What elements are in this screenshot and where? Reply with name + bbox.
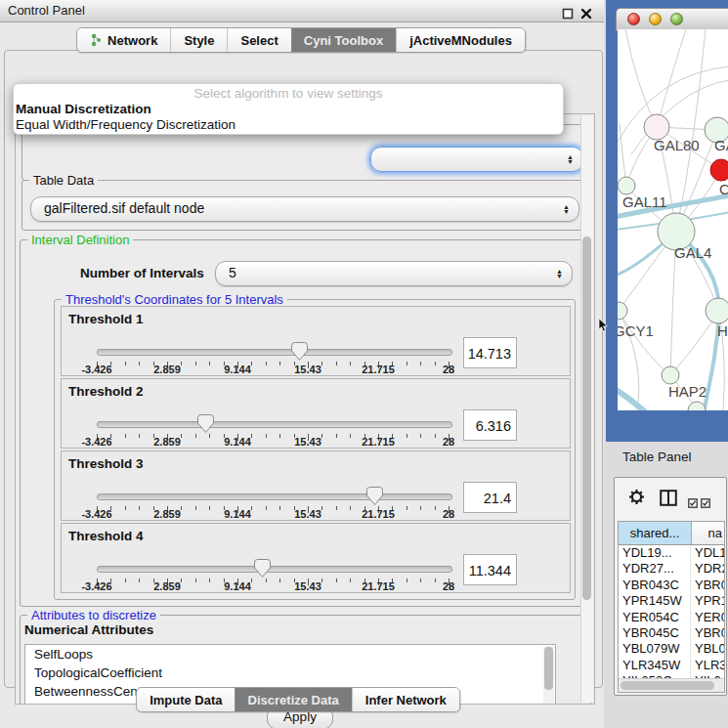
slider-tick (209, 506, 210, 510)
num-intervals-combobox[interactable]: 5 ▲▼ (215, 261, 573, 286)
node-label: GAL80 (654, 137, 700, 153)
threshold-value-field[interactable]: 21.4 (463, 482, 517, 513)
cell-shared-name[interactable]: YBL079W (619, 641, 691, 657)
cell-shared-name[interactable]: YER054C (619, 610, 691, 625)
tab-infer-network[interactable]: Infer Network (352, 688, 459, 711)
threshold-value-field[interactable]: 14.713 (463, 337, 517, 368)
network-view-window[interactable]: GAL80GACGAL11GAL4GCY1HHAP2 (606, 0, 728, 442)
slider-tick (266, 506, 267, 510)
slider-handle[interactable] (254, 559, 271, 578)
slider-track[interactable] (97, 493, 452, 500)
slider-tick-label: -3.426 (81, 364, 111, 375)
network-edge-highlighted[interactable] (618, 389, 647, 410)
tab-label: Network (107, 33, 157, 48)
cell-name[interactable]: YDR2 (691, 561, 724, 577)
slider-tick (350, 362, 351, 365)
network-edge[interactable] (657, 29, 686, 127)
network-node-hap2[interactable] (662, 366, 679, 384)
threshold-value-field[interactable]: 11.344 (463, 554, 517, 585)
network-node[interactable] (688, 402, 706, 410)
attribute-item-topologicalcoefficient[interactable]: TopologicalCoefficient (25, 664, 555, 682)
table-row[interactable]: YER054CYER0 (619, 610, 724, 625)
slider-track[interactable] (97, 566, 452, 573)
network-node-gal11[interactable] (618, 177, 635, 194)
vertical-scrollbar[interactable] (580, 115, 593, 703)
table-row[interactable]: YDR27...YDR2 (619, 561, 724, 577)
popup-option-equal-width-frequency-discretization[interactable]: Equal Width/Frequency Discretization (14, 117, 563, 133)
tab-discretize-data[interactable]: Discretize Data (236, 688, 352, 711)
cell-shared-name[interactable]: YBR045C (619, 625, 691, 641)
attributes-scrollbar[interactable] (543, 646, 554, 705)
popup-option-manual-discretization[interactable]: Manual Discretization (14, 102, 563, 117)
scrollbar-thumb[interactable] (621, 681, 714, 690)
columns-icon[interactable] (660, 490, 677, 510)
attribute-item-selfloops[interactable]: SelfLoops (25, 645, 555, 664)
network-edge[interactable] (619, 311, 670, 375)
cell-name[interactable]: YPR1 (691, 593, 724, 609)
checkbox-icon[interactable] (701, 494, 710, 512)
network-node-c[interactable] (710, 159, 728, 181)
table-row[interactable]: YLR345WYLR3 (619, 658, 724, 673)
slider-tick (209, 362, 210, 365)
table-row[interactable]: YBR045CYBR0 (619, 625, 724, 641)
table-row[interactable]: YBR043CYBR0 (619, 578, 724, 593)
cell-name[interactable]: YBL0 (691, 641, 724, 657)
node-table[interactable]: shared... na YDL19...YDL1YDR27...YDR2YBR… (618, 521, 725, 693)
network-node-gcy1[interactable] (618, 302, 627, 320)
tab-impute-data[interactable]: Impute Data (137, 688, 235, 711)
float-window-icon[interactable] (562, 5, 574, 17)
column-header-shared-name[interactable]: shared... (619, 522, 692, 544)
zoom-traffic-light-icon[interactable] (670, 13, 683, 25)
cell-name[interactable]: YBR0 (691, 625, 724, 641)
num-intervals-label: Number of Intervals (80, 266, 204, 280)
threshold-label: Threshold 2 (68, 384, 144, 399)
network-graph[interactable]: GAL80GACGAL11GAL4GCY1HHAP2 (618, 29, 728, 410)
close-traffic-light-icon[interactable] (627, 13, 640, 25)
slider-tick-label: 21.715 (362, 508, 395, 520)
slider-tick (279, 506, 280, 510)
cell-shared-name[interactable]: YLR345W (619, 658, 691, 673)
cell-shared-name[interactable]: YPR145W (619, 593, 691, 609)
slider-tick (125, 434, 126, 438)
slider-handle[interactable] (197, 414, 214, 433)
table-row[interactable]: YBL079WYBL0 (619, 641, 724, 657)
cell-name[interactable]: YDL1 (691, 545, 724, 561)
tab-select[interactable]: Select (227, 28, 290, 52)
network-window-titlebar[interactable] (616, 8, 728, 31)
table-data-combobox[interactable]: galFiltered.sif default node ▲▼ (30, 196, 579, 222)
slider-tick (321, 506, 322, 510)
cell-name[interactable]: YLR3 (691, 658, 724, 673)
horizontal-scrollbar[interactable] (619, 678, 724, 692)
slider-tick (195, 578, 196, 582)
cell-name[interactable]: YER0 (691, 610, 724, 625)
tab-network[interactable]: Network (77, 28, 170, 52)
column-header-name[interactable]: na (692, 522, 724, 544)
slider-tick (251, 362, 252, 365)
slider-handle[interactable] (366, 487, 383, 505)
scrollbar-thumb[interactable] (544, 647, 553, 690)
table-row[interactable]: YDL19...YDL1 (619, 545, 724, 561)
tab-jactivemnodules[interactable]: jActiveMNodules (396, 28, 525, 52)
algorithm-combobox[interactable]: ▲▼ (370, 147, 583, 172)
slider-track[interactable] (97, 421, 452, 428)
gear-icon[interactable] (628, 489, 645, 509)
close-icon[interactable] (580, 5, 592, 17)
scrollbar-thumb[interactable] (582, 236, 591, 600)
cell-shared-name[interactable]: YDL19... (619, 545, 691, 561)
network-edge[interactable] (625, 29, 657, 127)
table-row[interactable]: YPR145WYPR1 (619, 593, 724, 609)
threshold-value-field[interactable]: 6.316 (463, 409, 517, 441)
network-canvas[interactable]: GAL80GACGAL11GAL4GCY1HHAP2 (618, 29, 728, 410)
cell-name[interactable]: YBR0 (691, 578, 724, 593)
slider-track[interactable] (97, 349, 452, 356)
minimize-traffic-light-icon[interactable] (649, 13, 662, 25)
tab-cyni-toolbox[interactable]: Cyni Toolbox (291, 28, 396, 52)
slider-tick (139, 362, 140, 365)
cell-shared-name[interactable]: YDR27... (619, 561, 691, 577)
tab-style[interactable]: Style (170, 28, 227, 52)
cell-shared-name[interactable]: YBR043C (619, 578, 691, 593)
combo-value: 5 (216, 262, 572, 284)
slider-handle[interactable] (291, 342, 308, 361)
network-node-h[interactable] (706, 298, 728, 323)
checkbox-icon[interactable] (688, 494, 698, 512)
